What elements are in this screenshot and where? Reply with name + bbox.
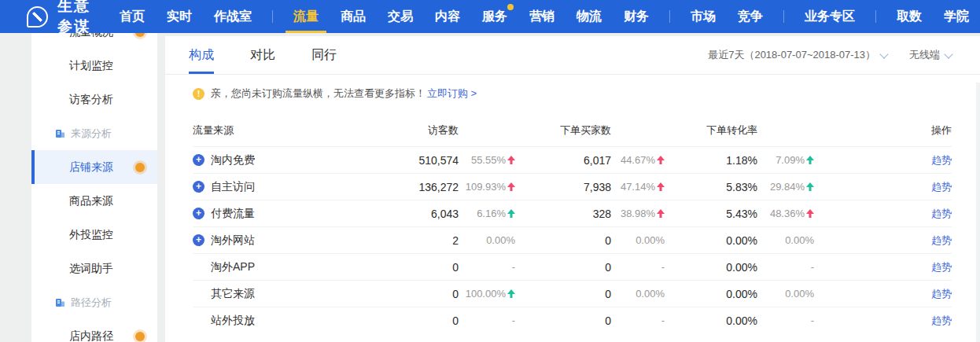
header-buyers: 下单买家数: [515, 123, 611, 138]
nav-item-学院[interactable]: 学院: [933, 0, 980, 33]
visitors-change: 6.16%: [459, 208, 515, 219]
sidebar-item-label: 店铺来源: [69, 160, 113, 175]
conversion-change: 0.00%: [757, 288, 814, 300]
change-value: 0.00%: [486, 234, 515, 246]
source-label: 淘外网站: [211, 234, 255, 248]
source-cell: +付费流量: [193, 207, 389, 221]
subscribe-now-link[interactable]: 立即订购 >: [427, 86, 477, 101]
arrow-up-icon: [507, 182, 515, 191]
nav-item-商品[interactable]: 商品: [330, 0, 377, 33]
warning-icon: !: [193, 88, 204, 100]
nav-item-取数[interactable]: 取数: [886, 0, 933, 33]
expand-icon[interactable]: +: [193, 208, 204, 219]
date-range-selector[interactable]: 最近7天（2018-07-07~2018-07-13）: [708, 48, 889, 62]
trend-link[interactable]: 趋势: [931, 181, 952, 193]
sidebar-item-外投监控[interactable]: 外投监控: [31, 218, 157, 252]
expand-icon[interactable]: +: [193, 154, 204, 166]
change-value: 0.00%: [636, 234, 665, 246]
tab-对比[interactable]: 对比: [250, 36, 275, 74]
expand-icon[interactable]: +: [193, 181, 204, 193]
nav-item-物流[interactable]: 物流: [566, 0, 613, 33]
sidebar-section-来源分析: 来源分析: [31, 116, 157, 150]
source-cell: +淘外APP: [193, 260, 389, 274]
visitors-change: 100.00%: [459, 288, 515, 300]
trend-link[interactable]: 趋势: [931, 314, 952, 326]
new-badge-icon: [135, 33, 145, 37]
chevron-down-icon: [879, 50, 888, 58]
buyers-change: 0.00%: [611, 288, 665, 300]
action-cell: 趋势: [814, 286, 952, 301]
source-label: 站外投放: [211, 314, 255, 328]
visitors-value: 2: [389, 234, 459, 247]
date-range-label: 最近7天（2018-07-07~2018-07-13）: [708, 49, 875, 61]
sidebar-item-商品来源[interactable]: 商品来源: [31, 184, 157, 218]
conversion-value: 0.00%: [665, 261, 757, 274]
change-value: 0.00%: [636, 288, 665, 300]
nav-item-服务[interactable]: 服务: [471, 0, 518, 33]
traffic-source-table: 流量来源 访客数 下单买家数 下单转化率 操作 +淘内免费510,57455.5…: [193, 115, 952, 333]
nav-item-业务专区[interactable]: 业务专区: [794, 0, 866, 33]
tab-bar: 构成对比同行 最近7天（2018-07-07~2018-07-13） 无线端: [165, 36, 980, 75]
nav-item-交易[interactable]: 交易: [377, 0, 424, 33]
top-navbar: 生意参谋 首页实时作战室流量商品交易内容服务营销物流财务市场竞争业务专区取数学院: [0, 0, 980, 33]
sidebar-item-选词助手[interactable]: 选词助手: [31, 252, 157, 285]
change-value: 38.98%: [621, 208, 655, 219]
new-badge-icon: [135, 332, 145, 341]
trend-link[interactable]: 趋势: [931, 288, 952, 300]
sidebar-section-路径分析: 路径分析: [31, 285, 157, 319]
buyers-value: 0: [515, 288, 611, 300]
visitors-value: 0: [389, 288, 459, 300]
sidebar: 流量概况计划监控访客分析来源分析店铺来源商品来源外投监控选词助手路径分析店内路径: [31, 33, 157, 342]
source-label: 其它来源: [211, 287, 255, 301]
conversion-change: 29.84%: [757, 181, 814, 193]
nav-item-首页[interactable]: 首页: [109, 0, 156, 33]
scrollbar-track[interactable]: [976, 83, 980, 342]
tab-同行[interactable]: 同行: [311, 36, 337, 74]
nav-item-流量[interactable]: 流量: [282, 0, 330, 33]
sidebar-item-访客分析[interactable]: 访客分析: [31, 83, 157, 116]
conversion-value: 1.18%: [665, 154, 757, 167]
nav-item-内容[interactable]: 内容: [424, 0, 471, 33]
source-label: 自主访问: [211, 180, 255, 194]
table-row: +淘外网站20.00%00.00%0.00%0.00%趋势: [193, 226, 952, 253]
nav-item-财务[interactable]: 财务: [613, 0, 660, 33]
building-icon: [55, 128, 71, 138]
trend-link[interactable]: 趋势: [931, 234, 952, 246]
buyers-value: 0: [515, 261, 611, 274]
sidebar-section-label: 路径分析: [71, 296, 112, 310]
visitors-value: 0: [389, 261, 459, 274]
action-cell: 趋势: [814, 259, 952, 274]
sidebar-item-label: 店内路径: [69, 329, 113, 342]
buyers-value: 328: [515, 208, 611, 220]
nav-divider: [875, 10, 876, 23]
source-cell: +其它来源: [193, 287, 389, 301]
change-value: 109.93%: [466, 181, 506, 193]
nav-item-竞争[interactable]: 竞争: [727, 0, 774, 33]
device-selector[interactable]: 无线端: [909, 48, 953, 62]
trend-link[interactable]: 趋势: [931, 154, 952, 166]
tab-构成[interactable]: 构成: [189, 36, 214, 74]
sidebar-item-计划监控[interactable]: 计划监控: [31, 49, 157, 83]
app-logo[interactable]: 生意参谋: [27, 0, 101, 37]
trend-link[interactable]: 趋势: [931, 208, 952, 219]
buyers-change: 38.98%: [611, 208, 665, 219]
header-source: 流量来源: [193, 123, 389, 138]
buyers-change: 47.14%: [611, 181, 665, 193]
conversion-change: 48.36%: [757, 208, 814, 219]
sidebar-item-店铺来源[interactable]: 店铺来源: [31, 150, 157, 184]
nav-item-市场[interactable]: 市场: [680, 0, 727, 33]
arrow-down-icon: [805, 156, 814, 164]
table-row: +站外投放0-0-0.00%-趋势: [193, 307, 952, 333]
trend-link[interactable]: 趋势: [931, 261, 952, 273]
sidebar-item-流量概况[interactable]: 流量概况: [31, 33, 157, 49]
source-cell: +自主访问: [193, 180, 389, 194]
nav-item-营销[interactable]: 营销: [518, 0, 566, 33]
expand-icon[interactable]: +: [193, 234, 204, 246]
visitors-value: 136,272: [389, 181, 459, 193]
nav-item-作战室[interactable]: 作战室: [203, 0, 263, 33]
nav-item-实时[interactable]: 实时: [156, 0, 203, 33]
sidebar-item-店内路径[interactable]: 店内路径: [31, 319, 157, 342]
buyers-value: 7,938: [515, 181, 611, 193]
nav-divider: [272, 10, 273, 23]
buyers-change: -: [611, 261, 665, 273]
